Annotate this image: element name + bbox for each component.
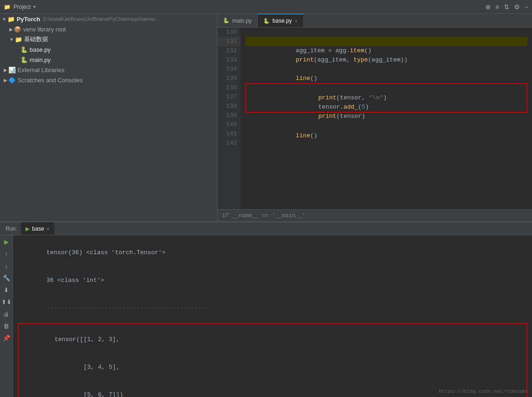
- console-line-2: 36 <class 'int'>: [18, 267, 527, 294]
- pin-icon[interactable]: 📌: [2, 333, 11, 342]
- ext-expand-arrow: ▶: [4, 67, 7, 73]
- trash-icon[interactable]: 🗑: [2, 321, 11, 330]
- bottom-tab-base[interactable]: ▶ base ×: [21, 222, 54, 235]
- venv-icon: 📦: [14, 26, 21, 33]
- code-line-137: tensor.add_(5): [246, 93, 526, 103]
- ext-libs-icon: 📊: [8, 67, 16, 73]
- folder-icon: 📁: [7, 16, 15, 23]
- list-icon[interactable]: ≡: [495, 3, 499, 11]
- run-label: Run:: [2, 226, 21, 232]
- pytorch-label: PyTorch: [17, 16, 40, 23]
- tab-main-py-label: main.py: [232, 18, 252, 24]
- code-line-135: [245, 74, 527, 83]
- ln-138: 138: [217, 102, 241, 111]
- code-line-139: [245, 113, 527, 122]
- ln-135: 135: [217, 74, 241, 83]
- project-label: Project: [13, 4, 31, 10]
- main-py-label: main.py: [30, 56, 51, 63]
- bottom-sidebar: ▶ ↑ ↓ 🔧 ⬇ ⬆⬇ 🖨 🗑 📌: [0, 235, 13, 397]
- sidebar-item-venv[interactable]: ▶ 📦 venv library root: [0, 24, 217, 34]
- console-line-3: ----------------------------------------…: [18, 294, 527, 322]
- sidebar-item-base-py[interactable]: 🐍 base.py: [0, 44, 217, 55]
- sidebar-item-scratches[interactable]: ▶ 🔷 Scratches and Consoles: [0, 75, 217, 85]
- scroll-up-icon[interactable]: ↑: [2, 249, 11, 258]
- tab-main-py-icon: 🐍: [223, 18, 229, 24]
- console-text-3: ----------------------------------------…: [46, 305, 205, 311]
- run-button[interactable]: ▶: [2, 237, 11, 246]
- code-line-140: line(): [245, 122, 527, 131]
- bottom-tab-base-label: base: [32, 226, 44, 232]
- filter-icon[interactable]: ⬇: [2, 285, 11, 294]
- ln-140: 140: [217, 120, 241, 129]
- sort-icon[interactable]: ⇅: [504, 3, 509, 11]
- venv-label: venv library root: [23, 26, 66, 33]
- code-line-134: line(): [245, 65, 527, 74]
- code-line-136: print(tensor, "\n"): [246, 84, 526, 93]
- tab-close-icon[interactable]: ×: [295, 18, 297, 24]
- console-text-5: [3, 4, 5],: [55, 364, 119, 371]
- status-code-text: if __name__ == '__main__': [222, 213, 305, 219]
- main-layout: ▼ 📁 PyTorch D:\install\JetBrains\JetBrai…: [0, 14, 532, 221]
- scratches-icon: 🔷: [8, 77, 16, 84]
- ln-139: 139: [217, 111, 241, 120]
- code-line-132: print(agg_item, type(agg_item)): [245, 46, 527, 55]
- tab-main-py[interactable]: 🐍 main.py: [217, 14, 258, 27]
- sidebar-item-folder[interactable]: ▼ 📁 基础数据: [0, 34, 217, 44]
- scroll-down-icon[interactable]: ↓: [2, 261, 11, 270]
- editor-tab-bar: 🐍 main.py 🐍 base.py ×: [217, 14, 532, 28]
- folder-label: 基础数据: [24, 35, 48, 43]
- project-folder-icon: 📁: [4, 4, 11, 10]
- print-icon[interactable]: 🖨: [2, 309, 11, 318]
- ln-142: 142: [217, 139, 241, 148]
- console-text-2: 36 <class 'int'>: [46, 277, 104, 284]
- scratch-expand-arrow: ▶: [4, 78, 7, 83]
- console-text-4: tensor([[1, 2, 3],: [55, 336, 119, 343]
- tab-base-py[interactable]: 🐍 base.py ×: [258, 14, 303, 27]
- console-text-6: [5, 6, 7]]): [55, 391, 123, 397]
- base-py-label: base.py: [30, 46, 51, 53]
- collapse-arrow: ▼: [2, 17, 6, 22]
- tab-base-py-label: base.py: [272, 18, 292, 24]
- folder-expand-arrow: ▼: [9, 37, 14, 42]
- ln-134: 134: [217, 65, 241, 74]
- bottom-tab-bar: Run: ▶ base ×: [0, 222, 532, 235]
- bottom-panel: Run: ▶ base × ▶ ↑ ↓ 🔧 ⬇ ⬆⬇ 🖨 🗑 📌 tensor(…: [0, 221, 532, 397]
- line-numbers: 130 131 132 133 134 135 136 137 138 139 …: [217, 28, 241, 209]
- red-box-code: print(tensor, "\n") tensor.add_(5) print…: [245, 83, 527, 113]
- sidebar-item-ext-libs[interactable]: ▶ 📊 External Libraries: [0, 65, 217, 75]
- sidebar-item-main-py[interactable]: 🐍 main.py: [0, 55, 217, 65]
- ln-132: 132: [217, 46, 241, 55]
- scratches-label: Scratches and Consoles: [18, 77, 83, 84]
- ln-136: 136: [217, 83, 241, 92]
- ln-137: 137: [217, 92, 241, 102]
- py-file-icon2: 🐍: [20, 56, 28, 63]
- minimize-icon[interactable]: −: [525, 3, 528, 11]
- sidebar-item-pytorch[interactable]: ▼ 📁 PyTorch D:\install\JetBrains\JetBrai…: [0, 14, 217, 24]
- code-view: 130 131 132 133 134 135 136 137 138 139 …: [217, 28, 532, 209]
- dropdown-arrow[interactable]: ▾: [33, 4, 36, 9]
- code-line-138: print(tensor): [246, 103, 526, 112]
- ln-131: 131: [217, 37, 241, 46]
- status-bar-code: if __name__ == '__main__': [217, 209, 532, 221]
- red-box-console: tensor([[1, 2, 3], [3, 4, 5], [5, 6, 7]]…: [18, 323, 527, 397]
- py-file-icon: 🐍: [20, 46, 28, 53]
- console-line-5: [3, 4, 5],: [19, 354, 526, 381]
- filter2-icon[interactable]: ⬆⬇: [2, 297, 11, 306]
- code-line-133: [245, 55, 527, 65]
- code-line-141: [245, 131, 527, 140]
- sidebar: ▼ 📁 PyTorch D:\install\JetBrains\JetBrai…: [0, 14, 217, 221]
- console-line-4: tensor([[1, 2, 3],: [19, 326, 526, 354]
- bottom-tab-close-icon[interactable]: ×: [46, 226, 49, 232]
- watermark: https://blog.csdn.net/YIKenan: [439, 389, 527, 394]
- console-output[interactable]: tensor(36) <class 'torch.Tensor'> 36 <cl…: [13, 235, 532, 397]
- run-icon: ▶: [25, 226, 30, 232]
- pytorch-path: D:\install\JetBrains\JetBrains\PyCharm\p…: [43, 16, 159, 22]
- wrench-icon[interactable]: 🔧: [2, 273, 11, 282]
- console-line-1: tensor(36) <class 'torch.Tensor'>: [18, 239, 527, 267]
- add-icon[interactable]: ⊕: [485, 3, 491, 11]
- code-content[interactable]: # Tentor 转化为数值型 agg_item = agg.item() pr…: [241, 28, 532, 209]
- settings-icon[interactable]: ⚙: [514, 3, 520, 11]
- ext-libs-label: External Libraries: [18, 67, 64, 73]
- tab-base-py-icon: 🐍: [263, 18, 270, 24]
- ln-130: 130: [217, 28, 241, 37]
